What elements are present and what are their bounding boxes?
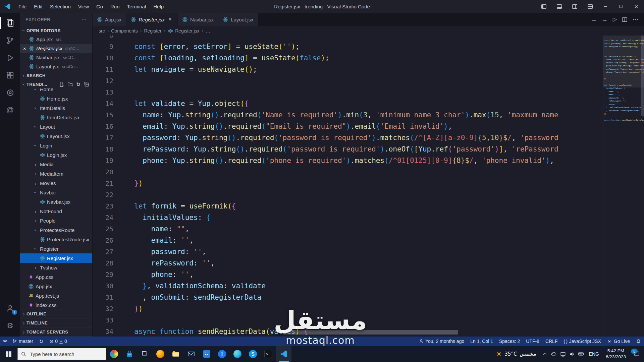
tree-item-register[interactable]: ›Register (20, 244, 92, 253)
code-line-13[interactable]: 13 (93, 86, 644, 98)
menu-terminal[interactable]: Terminal (123, 0, 150, 13)
line-number[interactable]: 26 (93, 235, 113, 246)
code-line-25[interactable]: 25 name: "", (93, 223, 644, 235)
line-number[interactable]: 31 (93, 292, 113, 303)
breadcrumb-item-register-jsx[interactable]: Register.jsx (168, 28, 199, 34)
section-open-editors[interactable]: › OPEN EDITORS (20, 26, 92, 35)
tree-item-protectesroute[interactable]: ›ProtectesRoute (20, 225, 92, 235)
more-actions-icon[interactable]: ⋯ (633, 16, 639, 22)
tab-layout-jsx[interactable]: Layout.jsx (218, 13, 258, 26)
code-line-30[interactable]: 30 }, validationSchema: validate (93, 280, 644, 292)
tree-item-login[interactable]: ›Login (20, 141, 92, 150)
code-line-9[interactable]: 9const [error, setError] = useState(''); (93, 41, 644, 52)
taskbar-weather[interactable]: ☀ 35°C مشمس (492, 351, 540, 357)
code-line-10[interactable]: 10const [loading, setloading] = useState… (93, 52, 644, 64)
breadcrumb-item-register[interactable]: Register (144, 28, 161, 34)
tab-app-jsx[interactable]: App.jsx (93, 13, 126, 26)
code-line-31[interactable]: 31 , onSubmit: sendRegisterData (93, 292, 644, 303)
tree-item-protectesroute-jsx[interactable]: ProtectesRoute.jsx (20, 235, 92, 244)
code-line-8[interactable]: 8 (93, 36, 644, 41)
line-number[interactable]: 25 (93, 223, 113, 235)
line-number[interactable]: 30 (93, 280, 113, 292)
code-line-16[interactable]: 16 email: Yup.string().required("Email i… (93, 121, 644, 132)
code-line-11[interactable]: 11let navigate = useNavigate(); (93, 64, 644, 75)
line-number[interactable]: 19 (93, 155, 113, 166)
tree-item-app-test-js[interactable]: JSApp.test.js (20, 291, 92, 300)
status-encoding[interactable]: UTF-8 (523, 337, 542, 346)
code-line-12[interactable]: 12 (93, 75, 644, 86)
code-line-21[interactable]: 21}) (93, 178, 644, 189)
line-number[interactable]: 34 (93, 326, 113, 337)
code-line-30[interactable]: 30 }, validationSchema: validate (603, 106, 644, 109)
line-number[interactable]: 16 (93, 121, 113, 132)
tray-chevron-up-icon[interactable] (540, 346, 549, 362)
code-line-18[interactable]: 18 rePassword: Yup.string().required('pa… (93, 143, 644, 155)
menu-view[interactable]: View (74, 0, 93, 13)
line-number[interactable]: 33 (93, 314, 113, 326)
taskbar-facebook-icon[interactable]: f (214, 346, 230, 362)
line-number[interactable]: 28 (93, 257, 113, 269)
taskbar-edge-icon[interactable] (230, 346, 245, 362)
activity-live-server-icon[interactable]: @ (0, 101, 20, 119)
tree-item-itemdetails-jsx[interactable]: ItemDetails.jsx (20, 113, 92, 122)
line-number[interactable]: 21 (93, 178, 113, 189)
menu-go[interactable]: Go (93, 0, 107, 13)
code-line-26[interactable]: 26 email: '', (93, 235, 644, 246)
status-sync-changes[interactable]: ↻ (36, 337, 47, 346)
line-number[interactable]: 14 (93, 98, 113, 109)
taskbar-clock[interactable]: 5:42 PM 6/23/2023 (602, 348, 629, 360)
close-tab-icon[interactable]: × (167, 16, 173, 23)
section-search[interactable]: › SEARCH (20, 71, 92, 80)
open-editor-app-jsx[interactable]: App.jsxsrc (20, 35, 92, 44)
line-number[interactable]: 18 (93, 143, 113, 155)
tree-item-navbar[interactable]: ›Navbar (20, 188, 92, 197)
tree-item-app-jsx[interactable]: App.jsx (20, 282, 92, 291)
status-language-mode[interactable]: { }JavaScript JSX (560, 337, 604, 346)
close-button[interactable]: × (629, 0, 644, 13)
tree-item-mediaitem[interactable]: ›MediaItem (20, 169, 92, 178)
line-number[interactable]: 9 (93, 41, 113, 52)
taskbar-search[interactable] (17, 348, 106, 360)
line-number[interactable]: 8 (93, 36, 113, 41)
breadcrumb-item-item[interactable]: … (206, 28, 210, 34)
tree-item-movies[interactable]: ›Movies (20, 178, 92, 188)
nav-forward-icon[interactable]: → (602, 17, 608, 22)
close-icon[interactable]: × (22, 46, 27, 51)
menu-file[interactable]: File (15, 0, 30, 13)
menu-run[interactable]: Run (107, 0, 123, 13)
code-line-17[interactable]: 17 password: Yup.string().required('pass… (93, 132, 644, 143)
code-line-22[interactable]: 22 (93, 189, 644, 200)
menu-selection[interactable]: Selection (46, 0, 74, 13)
section-tomcat-servers[interactable]: ›TOMCAT SERVERS (20, 327, 92, 337)
code-line-32[interactable]: 32}) (603, 112, 644, 115)
tree-item-itemdetails[interactable]: ›ItemDetails (20, 103, 92, 113)
line-number[interactable]: 22 (93, 189, 113, 200)
tree-item-layout-jsx[interactable]: Layout.jsx (20, 131, 92, 141)
new-file-icon[interactable] (59, 81, 64, 87)
menu-help[interactable]: Help (150, 0, 167, 13)
refresh-icon[interactable]: ↻ (76, 82, 80, 87)
run-icon[interactable]: ▷ (613, 17, 617, 22)
section-workspace[interactable]: › TRENDI... ↻ (20, 80, 92, 88)
tree-item-home[interactable]: ›Home (20, 88, 92, 94)
language-indicator[interactable]: ENG (586, 351, 602, 357)
tree-item-login-jsx[interactable]: Login.jsx (20, 150, 92, 160)
tray-onedrive-icon[interactable] (549, 346, 558, 362)
tray-ethernet-icon[interactable] (558, 346, 568, 362)
taskbar-store-icon[interactable] (122, 346, 137, 362)
open-editor-layout-jsx[interactable]: Layout.jsxsrc\Co... (20, 62, 92, 71)
layout-panel-button[interactable] (551, 0, 567, 13)
status-indentation[interactable]: Spaces: 2 (496, 337, 523, 346)
status-cursor-position[interactable]: Ln 1, Col 1 (467, 337, 496, 346)
tray-keyboard-icon[interactable] (577, 346, 586, 362)
tab-navbar-jsx[interactable]: Navbar.jsx (178, 13, 218, 26)
breadcrumb-item-components[interactable]: Components (111, 28, 138, 34)
line-number[interactable]: 27 (93, 246, 113, 257)
line-number[interactable]: 17 (93, 132, 113, 143)
code-line-27[interactable]: 27 password: '', (603, 96, 644, 100)
taskbar-vscode-icon[interactable] (276, 346, 291, 362)
tree-item-home-jsx[interactable]: Home.jsx (20, 94, 92, 103)
tree-item-navbar-jsx[interactable]: Navbar.jsx (20, 197, 92, 206)
line-number[interactable]: 13 (93, 86, 113, 98)
tree-item-register-jsx[interactable]: Register.jsx (20, 253, 92, 263)
